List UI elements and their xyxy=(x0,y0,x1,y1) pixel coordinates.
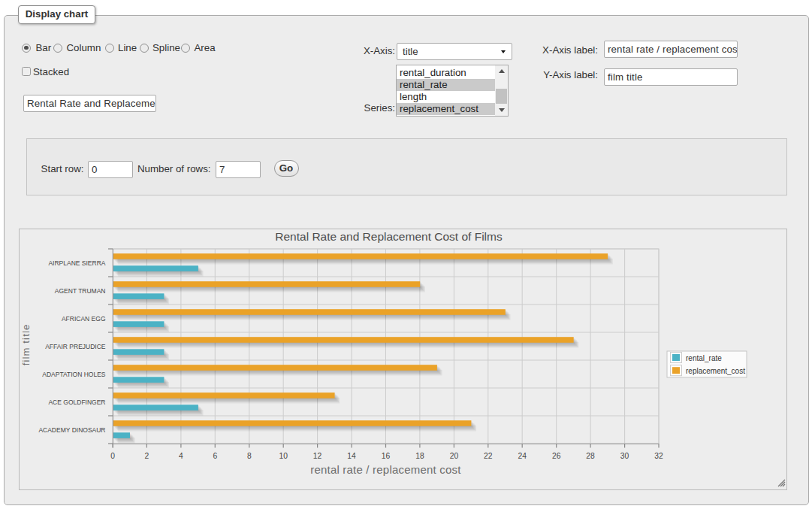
svg-text:4: 4 xyxy=(179,452,183,460)
svg-text:ACADEMY DINOSAUR: ACADEMY DINOSAUR xyxy=(38,426,105,434)
svg-text:AIRPLANE SIERRA: AIRPLANE SIERRA xyxy=(48,259,105,267)
svg-text:replacement_cost: replacement_cost xyxy=(686,367,745,375)
svg-text:22: 22 xyxy=(484,452,493,460)
svg-text:26: 26 xyxy=(552,452,561,460)
svg-text:2: 2 xyxy=(145,452,149,460)
svg-text:rental_rate: rental_rate xyxy=(686,354,722,362)
svg-text:28: 28 xyxy=(586,452,595,460)
svg-text:AGENT TRUMAN: AGENT TRUMAN xyxy=(55,287,106,295)
svg-text:ADAPTATION HOLES: ADAPTATION HOLES xyxy=(42,371,106,378)
svg-text:16: 16 xyxy=(382,452,391,460)
svg-text:20: 20 xyxy=(450,452,459,460)
svg-text:32: 32 xyxy=(654,452,663,460)
svg-text:10: 10 xyxy=(279,452,288,460)
svg-text:30: 30 xyxy=(620,452,629,460)
svg-text:Rental Rate and Replacement Co: Rental Rate and Replacement Cost of Film… xyxy=(275,230,503,243)
svg-text:rental rate / replacement cost: rental rate / replacement cost xyxy=(310,463,461,476)
svg-text:8: 8 xyxy=(247,452,252,460)
svg-text:14: 14 xyxy=(347,452,356,460)
svg-text:film title: film title xyxy=(20,324,32,366)
svg-text:18: 18 xyxy=(415,452,424,460)
svg-text:24: 24 xyxy=(518,452,527,460)
svg-text:AFRICAN EGG: AFRICAN EGG xyxy=(62,315,106,323)
svg-text:6: 6 xyxy=(213,452,217,460)
svg-text:ACE GOLDFINGER: ACE GOLDFINGER xyxy=(48,398,105,406)
svg-text:12: 12 xyxy=(313,452,322,460)
svg-text:0: 0 xyxy=(110,452,115,460)
svg-text:AFFAIR PREJUDICE: AFFAIR PREJUDICE xyxy=(45,343,106,350)
